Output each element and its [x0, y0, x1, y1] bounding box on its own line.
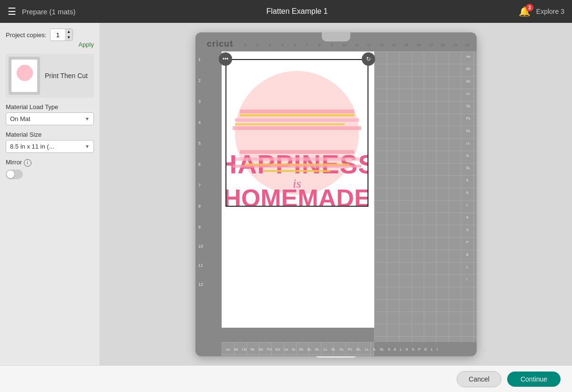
options-handle[interactable]: •••	[219, 52, 232, 66]
copies-input[interactable]	[51, 29, 65, 40]
device-label: Explore 3	[536, 8, 564, 15]
bottom-ruler: oe 8e LE 9e Se Pe Ee Le Ie 0e 6L 8L LL 9…	[224, 343, 467, 356]
material-load-dropdown[interactable]: On Mat ▼	[6, 112, 94, 125]
mat-card: Print Then Cut	[6, 54, 94, 98]
ruler-right: oe 62 82 LL SL PL EL LL IL 0L 6 9 L 9 S …	[466, 51, 475, 342]
material-size-value: 8.5 in x 11 in (...	[10, 143, 54, 150]
rotate-icon: ↻	[366, 56, 371, 62]
ruler-left: 1 2 3 4 5 6 7 8 9 10 11 12	[198, 51, 210, 287]
copies-down-button[interactable]: ▼	[65, 35, 72, 40]
toggle-knob	[7, 171, 14, 178]
mat-thumbnail	[9, 57, 40, 95]
mat-top-handle	[322, 32, 350, 41]
apply-button[interactable]: Apply	[78, 41, 94, 48]
rotate-handle[interactable]: ↻	[362, 52, 375, 66]
material-size-dropdown[interactable]: 8.5 in x 11 in (... ▼	[6, 140, 94, 153]
material-size-label: Material Size	[6, 131, 94, 138]
ruler-top: 1 2 3 4 5 6 7 8 9 10 11 12 13 14 15 16 1	[224, 43, 472, 51]
footer: Cancel Continue	[0, 365, 572, 392]
sidebar: Project copies: ▲ ▼ Apply Print Then Cut	[0, 23, 100, 365]
header: ☰ Prepare (1 mats) Flatten Example 1 🔔 3…	[0, 0, 572, 23]
mirror-label-row: Mirror i	[6, 159, 94, 167]
copies-up-button[interactable]: ▲	[65, 29, 72, 35]
mirror-toggle[interactable]	[6, 170, 23, 179]
cancel-button[interactable]: Cancel	[457, 371, 501, 387]
mirror-section: Mirror i	[6, 159, 94, 179]
project-copies-section: Project copies: ▲ ▼ Apply	[6, 29, 94, 48]
project-copies-label: Project copies:	[6, 31, 46, 39]
copies-spinners: ▲ ▼	[65, 29, 72, 40]
options-icon: •••	[223, 56, 229, 62]
document-title: Flatten Example 1	[76, 7, 519, 16]
notification-badge: 3	[526, 4, 533, 11]
right-gray-area	[374, 51, 477, 342]
chevron-down-icon: ▼	[85, 116, 90, 121]
header-right: 🔔 3 Explore 3	[519, 6, 564, 17]
material-load-value: On Mat	[10, 115, 31, 122]
menu-icon[interactable]: ☰	[8, 6, 16, 17]
material-load-label: Material Load Type	[6, 103, 94, 111]
design-wrapper: ••• ↻	[225, 59, 368, 207]
main-content: Project copies: ▲ ▼ Apply Print Then Cut	[0, 23, 572, 365]
size-chevron-icon: ▼	[85, 144, 90, 149]
cutting-mat: cricut 1 2 3 4 5 6 7 8 9 10 11 12 13 14	[195, 32, 477, 356]
mirror-info-icon[interactable]: i	[24, 159, 31, 167]
material-size-section: Material Size 8.5 in x 11 in (... ▼	[6, 131, 94, 153]
mat-card-label: Print Then Cut	[45, 71, 88, 80]
mirror-label: Mirror	[6, 159, 22, 166]
mat-thumb-inner	[11, 60, 37, 92]
paper-area: ••• ↻	[222, 51, 374, 328]
canvas-area: cricut 1 2 3 4 5 6 7 8 9 10 11 12 13 14	[100, 23, 572, 365]
copies-input-wrap: ▲ ▼	[50, 29, 73, 41]
canvas-container: cricut 1 2 3 4 5 6 7 8 9 10 11 12 13 14	[100, 23, 572, 365]
cricut-logo: cricut	[207, 39, 233, 49]
prepare-title: Prepare (1 mats)	[22, 8, 76, 16]
material-load-section: Material Load Type On Mat ▼	[6, 103, 94, 125]
selection-border	[225, 59, 368, 207]
mat-thumb-design	[15, 63, 34, 82]
notification-icon[interactable]: 🔔 3	[519, 6, 531, 17]
continue-button[interactable]: Continue	[507, 372, 561, 387]
